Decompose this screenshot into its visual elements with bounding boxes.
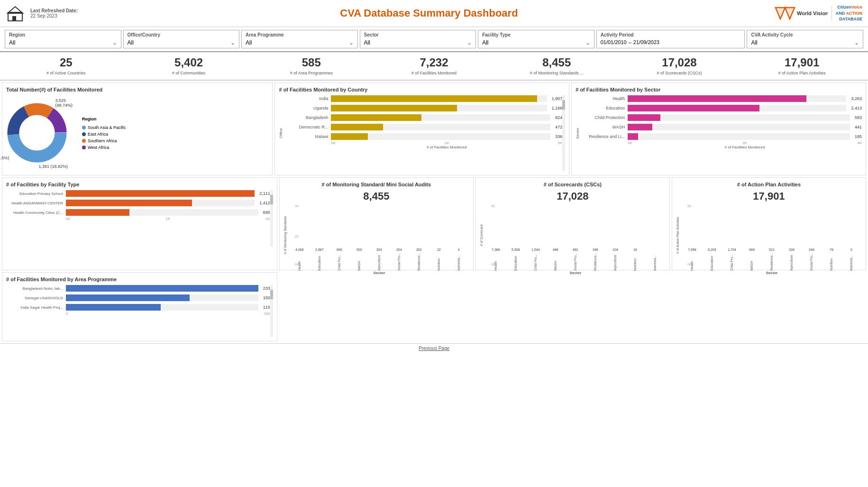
bar-fill-resilience	[628, 133, 638, 140]
bar-row-wash-s: WASH 441	[582, 124, 862, 130]
filter-ap[interactable]: Area Programme All ⌄	[241, 30, 358, 48]
vbar-child-sc: 1,544	[526, 248, 545, 252]
x-axis-ap-0: 0	[66, 312, 68, 316]
monitoring-x-axis-label: Sector	[289, 271, 469, 275]
filter-facility-label: Facility Type	[482, 32, 590, 37]
bar-value-senegal: 150	[263, 295, 270, 300]
stat-communities-label: # of Communities	[172, 71, 205, 75]
legend-label-south-asia: South Asia & Pacific	[88, 125, 126, 130]
donut-chart-title: Total Number(#) of Facilities Monitored	[6, 87, 268, 92]
stat-countries-label: # of Active Countries	[46, 71, 86, 75]
stat-ap-value: 585	[250, 56, 373, 69]
bar-row-resilience: Resilience and Li... 185	[582, 133, 862, 140]
stat-monitoring: 8,455 # of Monitoring Standards ...	[495, 56, 618, 76]
facilities-type-title: # of Facilities by Facility Type	[6, 182, 273, 187]
scorecards-x-axis-label: Sector	[485, 271, 666, 275]
bar-label-resilience: Resilience and Li...	[582, 134, 625, 139]
bar-track-child-prot	[628, 114, 850, 121]
bar-fill-india-sagar	[66, 304, 161, 311]
filter-region[interactable]: Region All ⌄	[5, 30, 121, 48]
filter-cva-cycle[interactable]: CVA Activity Cycle All ⌄	[747, 30, 863, 48]
bar-fill-edu-primary	[66, 190, 255, 197]
bar-fill-child-prot	[628, 114, 660, 121]
stats-bar: 25 # of Active Countries 5,402 # of Comm…	[0, 52, 868, 81]
bar-value-bangladesh: 824	[555, 115, 562, 120]
facilities-sector-title: # of Facilities Monitored by Sector	[576, 87, 862, 92]
filter-facility-select[interactable]: All ⌄	[482, 39, 590, 46]
date-from: 01/01/2010	[601, 39, 627, 45]
bar-fill-democratic	[331, 124, 383, 130]
dashboard-title: CVA Database Summary Dashboard	[87, 7, 771, 19]
filter-sector[interactable]: Sector All ⌄	[360, 30, 476, 48]
legend-dot-south-asia	[82, 126, 86, 129]
ap-bars: Bangladesh Nobo Jatr... 233 Senegal USAI…	[6, 285, 270, 311]
vbar-admin-ms: 4	[449, 248, 468, 252]
filter-ap-select[interactable]: All ⌄	[246, 39, 354, 46]
stat-ap-label: # of Area Programmes	[290, 71, 333, 75]
legend-dot-east-africa	[82, 132, 86, 136]
stat-facilities: 7,232 # of Facilities Monitored	[373, 56, 495, 76]
xlabel-admin-ms: Administ...	[449, 252, 468, 271]
xlabel-resi-ap: Resilience...	[762, 252, 781, 271]
vbar-health-ms: 4,006	[290, 248, 309, 252]
y-tick-5k-sc: 5K	[491, 204, 495, 208]
legend-dot-west-africa	[82, 146, 86, 149]
filter-sector-select[interactable]: All ⌄	[364, 39, 472, 46]
filter-activity-period[interactable]: Activity Period 01/01/2010 – 21/09/2023	[596, 30, 745, 48]
date-separator: –	[629, 39, 631, 45]
refresh-info: Last Refreshed Date: 22 Sep 2023	[30, 8, 78, 18]
bar-value-resilience: 185	[855, 134, 862, 139]
donut-label-east-africa: 1,361 (18.82%)	[38, 164, 68, 169]
vbar-nutr-ap: 78	[822, 248, 841, 252]
vbar-agri-ms: 204	[370, 248, 389, 252]
action-plans-y-label-text: # of Action Plan Activities	[676, 217, 679, 254]
donut-chart-body: 3,525(48.74%) 1,121 (15.5%) 1,225(16.94%…	[6, 95, 268, 171]
bar-track-india-sagar	[66, 304, 258, 311]
xlabel-resi-sc: Resilience...	[586, 252, 605, 271]
xlabel-nutr-ms: Nutrition	[429, 252, 448, 271]
stat-communities-value: 5,402	[128, 56, 250, 69]
filter-cycle-select[interactable]: All ⌄	[751, 39, 859, 46]
filter-region-select[interactable]: All ⌄	[9, 39, 117, 46]
action-plans-bars-area: 7,959 6,203 1,704	[682, 204, 862, 266]
bar-label-child-prot: Child Protection	[582, 115, 625, 120]
filter-period-label: Activity Period	[601, 32, 741, 37]
bottom-nav[interactable]: Previous Page	[0, 343, 868, 353]
stat-scorecards-value: 17,028	[618, 56, 741, 69]
bar-track-bangladesh-nobo	[66, 285, 258, 292]
filter-facility[interactable]: Facility Type All ⌄	[478, 30, 594, 48]
ap-bars-container: Bangladesh Nobo Jatr... 233 Senegal USAI…	[6, 285, 270, 337]
legend-title: Region	[82, 117, 126, 121]
bar-label-edu-primary: Education Primary School	[6, 192, 63, 196]
country-bars-container: India 1,907 Uganda 1,166	[285, 95, 562, 171]
facilities-country-body: Office India 1,907 Uganda	[279, 95, 565, 171]
y-tick-5k-ap: 5K	[687, 204, 692, 208]
filter-office-select[interactable]: All ⌄	[128, 39, 236, 46]
xlabel-nutr-sc: Nutrition	[626, 252, 645, 271]
svg-marker-5	[776, 8, 795, 19]
scroll-indicator-country[interactable]	[562, 95, 565, 171]
xlabel-agri-ap: Agriculture	[782, 252, 801, 271]
facilities-country-title: # of Facilities Monitored by Country	[279, 87, 565, 92]
xlabel-wash-ap: WASH	[742, 252, 761, 271]
date-range: 01/01/2010 – 21/09/2023	[601, 39, 741, 45]
donut-chart-panel: Total Number(#) of Facilities Monitored …	[2, 83, 273, 175]
bar-row-india: India 1,907	[285, 95, 562, 102]
scorecards-chart-body: # of Scorecard 7,386 5,508	[480, 204, 666, 266]
scorecards-x-labels: Health Education Child Pro... WASH Socia…	[485, 252, 666, 271]
legend-southern-africa: Southern Africa	[82, 138, 126, 143]
filter-office[interactable]: Office/Country All ⌄	[123, 30, 240, 48]
bar-label-senegal: Senegal USAID/GOLD	[6, 296, 63, 300]
sector-chevron-icon: ⌄	[467, 39, 472, 46]
xlabel-edu-ap: Education	[703, 252, 722, 271]
filter-office-value: All	[128, 39, 134, 46]
bar-track-malawi	[331, 133, 550, 140]
cv-logo-text: CitizenVoice AND ACTION DATABASE	[836, 4, 862, 22]
action-plans-title: # of Action Plan Activities	[676, 182, 862, 187]
bar-value-democratic: 472	[555, 125, 562, 129]
home-icon[interactable]	[6, 4, 25, 23]
previous-page-link[interactable]: Previous Page	[419, 346, 449, 351]
scroll-indicator-type[interactable]	[270, 190, 273, 247]
cycle-chevron-icon: ⌄	[854, 39, 859, 46]
scroll-indicator-ap[interactable]	[270, 285, 273, 337]
